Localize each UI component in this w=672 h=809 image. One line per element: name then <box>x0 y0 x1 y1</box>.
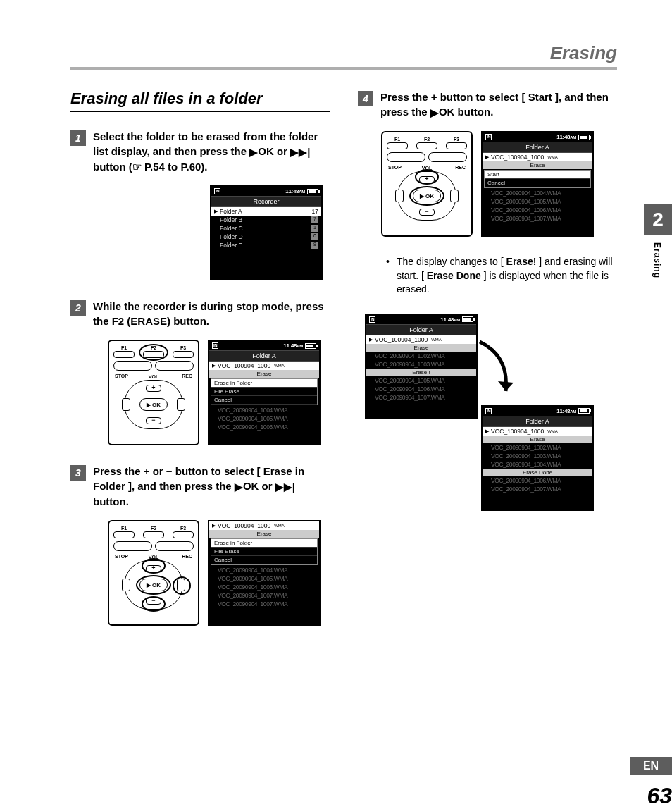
ok-button: ▶OK <box>139 398 168 411</box>
section-title: Erasing all files in a folder <box>70 89 330 112</box>
step-1-text-b: or <box>277 145 290 157</box>
minus-callout-circle <box>142 596 166 612</box>
device-diagram: F1 F2 F3 STOP REC VOL <box>108 520 199 626</box>
step-number: 4 <box>358 91 373 106</box>
play-icon: ▶ <box>235 479 243 494</box>
f2-label: F2 <box>151 526 156 531</box>
step-4-text-b: button to select [ <box>440 91 525 103</box>
step-number: 2 <box>70 300 86 316</box>
fwd-callout-circle <box>173 576 191 595</box>
dim-file-row: VOC_20090904_1005.WMA <box>209 414 319 423</box>
rec-label: REC <box>182 554 192 559</box>
f3-label: F3 <box>180 526 186 531</box>
step-4-text-a: Press the <box>380 91 431 103</box>
erase-excl-label: Erase! <box>506 256 537 267</box>
dim-file-row: VOC_20090904_1002.WMA <box>483 443 592 452</box>
f3-button <box>173 351 194 358</box>
control-dpad: VOL + − ▶OK <box>124 380 183 429</box>
step-3-text-b: or <box>153 465 166 477</box>
ffwd-icon: ▶▶| <box>290 144 310 159</box>
in-badge: IN <box>212 342 218 349</box>
erase-banner: Erase <box>366 344 476 352</box>
control-dpad: VOL + − ▶OK <box>397 171 456 221</box>
f1-label: F1 <box>121 345 127 350</box>
mid-button <box>113 361 152 371</box>
erase-progress-banner: Erase ! <box>366 369 476 376</box>
time-label: 11:48AM <box>283 342 303 349</box>
screen-title: Folder A <box>209 350 319 362</box>
step-3-text-a: Press the <box>93 465 144 477</box>
dim-file-row: VOC_20090904_1006.WMA <box>483 206 592 214</box>
vol-label: VOL <box>147 374 160 379</box>
f1-button <box>113 351 135 358</box>
time-label: 11:48AM <box>440 316 460 323</box>
dim-file-row: VOC_20090904_1004.WMA <box>483 460 592 469</box>
rewind-button <box>122 579 130 591</box>
folder-row: Folder D0 <box>211 233 321 241</box>
result-bullet: • The display changes to [ Erase! ] and … <box>386 255 617 297</box>
dim-file-row: VOC_20090904_1005.WMA <box>366 376 476 385</box>
rewind-button <box>122 398 130 411</box>
chapter-side-tab: 2 Erasing <box>644 204 672 285</box>
erase-done-banner: Erase Done <box>483 469 592 476</box>
dim-file-row: VOC_20090904_1006.WMA <box>209 423 319 431</box>
in-badge: IN <box>369 316 375 323</box>
screen-erase-menu: IN 11:48AM Folder A ▶ VOC_100904_1000 WM… <box>208 340 321 445</box>
chapter-label: Erasing <box>644 235 671 285</box>
erase-banner: Erase <box>209 530 319 538</box>
play-icon: ▶ <box>249 144 258 159</box>
f2-button <box>143 531 164 538</box>
option-file-erase: File Erase <box>211 548 317 556</box>
ok-label: OK <box>258 145 274 157</box>
step-number: 1 <box>70 130 86 146</box>
screen-erasing: IN 11:48AM Folder A ▶ VOC_100904_1000 WM… <box>365 314 478 419</box>
dim-file-row: VOC_20090904_1007.WMA <box>209 591 319 600</box>
screen-title: Folder A <box>483 142 592 153</box>
stop-label: STOP <box>388 165 402 170</box>
dim-file-row: VOC_20090904_1003.WMA <box>366 360 476 369</box>
option-cancel: Cancel <box>211 396 317 404</box>
f2-label: F2 <box>424 137 430 142</box>
step-3-text-d: ], and then press the <box>128 480 235 492</box>
option-erase-in-folder: Erase in Folder <box>211 539 317 548</box>
dim-file-row: VOC_20090904_1006.WMA <box>209 583 319 591</box>
folder-row-selected: ▶ Folder A 17 <box>211 207 321 216</box>
mid-button <box>113 541 152 551</box>
plus-callout-circle <box>415 169 439 185</box>
page-header-title: Erasing <box>70 42 617 67</box>
header-rule <box>70 67 617 70</box>
f3-button <box>446 142 467 149</box>
step-number: 3 <box>70 465 86 481</box>
screen-title: Folder A <box>366 324 476 335</box>
dim-file-row: VOC_20090904_1007.WMA <box>483 485 592 493</box>
dim-file-row: VOC_20090904_1007.WMA <box>483 214 592 223</box>
file-row-selected: ▶ VOC_100904_1000 WMA <box>209 521 319 530</box>
file-row-selected: ▶ VOC_100904_1000 WMA <box>209 362 319 370</box>
option-start: Start <box>485 171 590 179</box>
page-number: 63 <box>647 783 672 809</box>
rewind-button <box>395 190 404 202</box>
battery-icon <box>578 408 590 414</box>
ok-callout-circle <box>409 186 444 206</box>
time-label: 11:48AM <box>556 134 576 140</box>
erase-banner: Erase <box>483 161 592 169</box>
plus-label: + <box>144 465 150 477</box>
arrow-icon <box>474 335 516 405</box>
f2-button <box>416 142 437 149</box>
svg-marker-0 <box>498 381 514 391</box>
plus-label: + <box>431 91 437 103</box>
file-row-selected: ▶ VOC_100904_1000 WMA <box>483 153 592 161</box>
mid-button <box>428 152 467 162</box>
stop-label: STOP <box>115 554 128 559</box>
screen-title: Recorder <box>211 196 321 207</box>
step-4-text-d: button. <box>458 106 494 118</box>
plus-callout-circle <box>142 558 166 574</box>
f3-label: F3 <box>180 345 186 350</box>
f1-label: F1 <box>394 137 400 142</box>
step-2: 2 While the recorder is during stop mode… <box>70 299 330 328</box>
option-file-erase: File Erase <box>211 388 317 396</box>
control-dpad: VOL + − ▶OK <box>124 560 183 610</box>
battery-icon <box>578 135 590 140</box>
erase-banner: Erase <box>209 370 319 378</box>
mid-button <box>155 361 194 371</box>
